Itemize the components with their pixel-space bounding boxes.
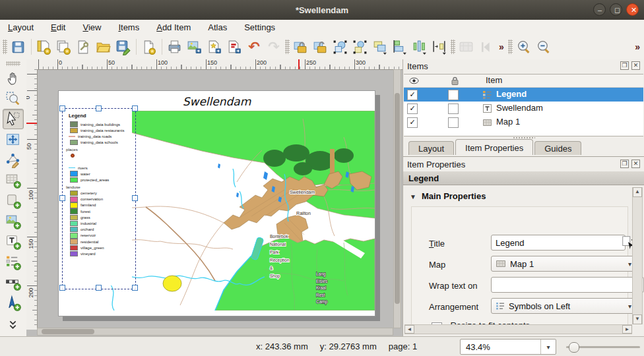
menu-layout[interactable]: Layout [8, 22, 34, 32]
visibility-checkbox[interactable]: ✓ [407, 117, 418, 128]
toolbar-grip[interactable] [3, 40, 7, 54]
legend-item[interactable]: Legend training_data buildingstraining_d… [65, 111, 132, 285]
layout-manager-button[interactable] [74, 37, 94, 57]
group-items-button[interactable] [331, 37, 350, 57]
toolbar-grip[interactable] [285, 40, 290, 54]
zoom-level-combo[interactable]: 43.4% ▾ [460, 339, 556, 355]
atlas-settings-button[interactable] [457, 37, 476, 57]
zoom-in-button[interactable] [514, 37, 534, 57]
items-row-legend[interactable]: ✓ Legend [404, 88, 643, 102]
align-items-button[interactable] [390, 37, 410, 57]
visibility-checkbox[interactable]: ✓ [407, 104, 418, 114]
ellipse-item[interactable] [163, 276, 181, 291]
lock-checkbox[interactable] [448, 104, 459, 114]
toolbar-grip[interactable] [451, 40, 455, 54]
selection-handle[interactable] [132, 195, 138, 201]
distribute-items-button[interactable] [410, 37, 430, 57]
save-as-button[interactable] [113, 37, 133, 57]
open-layout-button[interactable] [94, 37, 113, 57]
selection-handle[interactable] [96, 105, 102, 111]
redo-button[interactable]: ↷ [264, 37, 284, 57]
export-as-pdf-button[interactable] [224, 37, 244, 57]
add-picture-button[interactable] [3, 211, 24, 231]
zoom-tool-button[interactable] [3, 88, 24, 109]
vertical-ruler[interactable]: 050100150200 [26, 69, 38, 330]
legend-title-input[interactable] [491, 235, 626, 251]
add-shape-button[interactable] [3, 191, 24, 211]
page-title-label[interactable]: Swellendam [59, 95, 375, 108]
items-row-label[interactable]: ✓ Swellendam [404, 102, 643, 115]
tab-guides[interactable]: Guides [534, 141, 581, 155]
add-map-button[interactable] [3, 170, 24, 191]
wrap-text-input[interactable] [491, 277, 644, 293]
export-as-image-button[interactable] [185, 37, 205, 57]
selection-handle[interactable] [59, 105, 65, 111]
tab-layout[interactable]: Layout [408, 141, 454, 155]
scroll-right-icon[interactable]: ► [622, 325, 632, 334]
menu-add-item[interactable]: Add Item [156, 22, 191, 32]
close-panel-icon[interactable]: ✕ [631, 61, 640, 70]
lock-items-button[interactable] [291, 37, 311, 57]
toolbar-overflow-button[interactable]: » [496, 42, 507, 52]
select-move-item-tool-button[interactable] [3, 109, 24, 129]
toolbar-grip[interactable] [6, 61, 20, 66]
zoom-slider-handle[interactable] [569, 342, 579, 353]
menu-items[interactable]: Items [118, 22, 139, 32]
add-label-button[interactable] [3, 231, 24, 252]
resize-items-button[interactable] [430, 37, 449, 57]
new-layout-button[interactable] [34, 37, 54, 57]
items-row-map[interactable]: ✓ Map 1 [404, 115, 643, 129]
undo-button[interactable]: ↶ [244, 37, 264, 57]
visibility-checkbox[interactable]: ✓ [407, 90, 418, 100]
float-panel-icon[interactable]: ❐ [620, 61, 629, 70]
properties-vertical-scrollbar[interactable]: ▲ ▼ [632, 187, 643, 324]
move-item-content-tool-button[interactable] [3, 129, 24, 150]
main-properties-section-header[interactable]: ▼Main Properties [410, 191, 486, 201]
tab-item-properties[interactable]: Item Properties [455, 139, 533, 155]
horizontal-ruler[interactable]: 050100150200250300 [37, 59, 402, 70]
menu-edit[interactable]: Edit [51, 22, 65, 32]
canvas-vertical-scrollbar[interactable] [393, 69, 401, 328]
duplicate-layout-button[interactable] [54, 37, 74, 57]
pan-tool-button[interactable] [3, 68, 24, 88]
add-scalebar-button[interactable] [3, 272, 24, 293]
add-items-from-template-button[interactable] [139, 37, 159, 57]
toolbar-grip[interactable] [508, 40, 513, 54]
close-button[interactable]: ✕ [626, 3, 639, 16]
selection-handle[interactable] [132, 105, 138, 111]
add-north-arrow-button[interactable] [3, 293, 24, 313]
properties-horizontal-scrollbar[interactable]: ◄ ► [404, 324, 632, 334]
layout-page[interactable]: Swellendam [58, 90, 375, 316]
unlock-items-button[interactable] [311, 37, 331, 57]
menu-atlas[interactable]: Atlas [208, 22, 227, 32]
menu-view[interactable]: View [82, 22, 101, 32]
selection-handle[interactable] [96, 285, 102, 291]
export-as-svg-button[interactable] [205, 37, 224, 57]
scroll-left-icon[interactable]: ◄ [404, 325, 414, 334]
zoom-out-button[interactable] [534, 37, 554, 57]
zoom-slider[interactable] [566, 346, 640, 348]
edit-nodes-item-tool-button[interactable] [3, 150, 24, 170]
float-panel-icon[interactable]: ❐ [620, 160, 629, 168]
save-project-button[interactable] [9, 37, 28, 57]
map-combo[interactable]: Map 1 ▾ [491, 256, 636, 272]
selection-handle[interactable] [132, 285, 138, 291]
atlas-first-feature-button[interactable] [476, 37, 496, 57]
canvas-horizontal-scrollbar[interactable] [37, 328, 393, 336]
minimize-button[interactable]: – [593, 3, 606, 16]
scrollbar-slider[interactable] [395, 93, 400, 304]
selection-handle[interactable] [59, 195, 65, 201]
arrangement-combo[interactable]: Symbols on Left ▾ [491, 298, 636, 314]
more-tools-button[interactable] [3, 314, 24, 335]
maximize-button[interactable]: ◻ [610, 3, 622, 16]
selection-handle[interactable] [59, 285, 65, 291]
add-legend-button[interactable] [3, 252, 24, 272]
lock-checkbox[interactable] [448, 117, 459, 128]
scroll-down-icon[interactable]: ▼ [633, 314, 642, 324]
scroll-up-icon[interactable]: ▲ [633, 187, 642, 197]
menu-settings[interactable]: Settings [244, 22, 275, 32]
scrollbar-slider[interactable] [42, 329, 94, 334]
close-panel-icon[interactable]: ✕ [631, 160, 640, 168]
layout-canvas[interactable]: 050100150200250300 050100150200 Swellend… [26, 59, 402, 336]
raise-items-button[interactable] [370, 37, 390, 57]
